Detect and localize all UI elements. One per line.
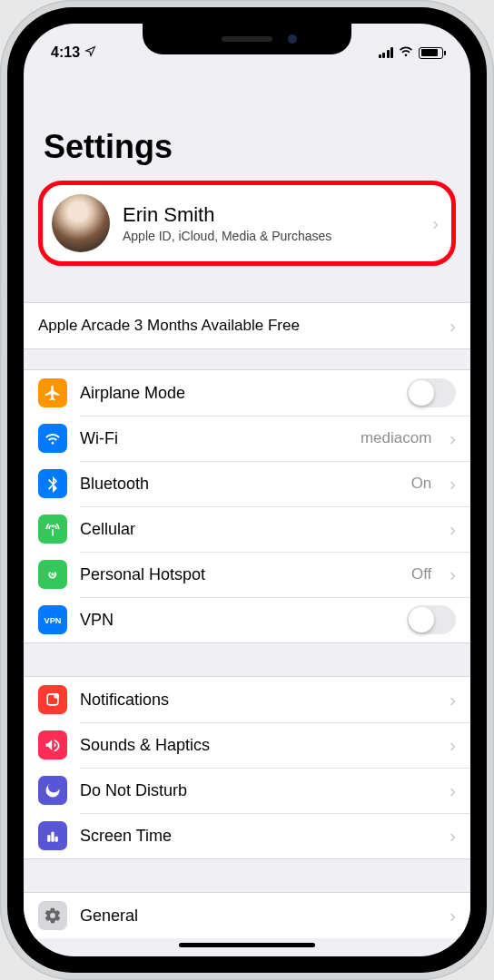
chevron-right-icon: › bbox=[432, 213, 439, 234]
avatar bbox=[52, 194, 110, 252]
apple-id-name: Erin Smith bbox=[123, 203, 420, 227]
promo-label: Apple Arcade 3 Months Available Free bbox=[38, 317, 437, 335]
settings-row-sounds[interactable]: Sounds & Haptics› bbox=[24, 722, 470, 768]
bluetooth-icon bbox=[38, 469, 67, 498]
wifi-status-icon bbox=[398, 43, 414, 63]
notifications-icon bbox=[38, 685, 67, 714]
chevron-right-icon: › bbox=[450, 735, 456, 756]
screentime-icon bbox=[38, 821, 67, 850]
general-icon bbox=[38, 901, 67, 930]
speaker-grille bbox=[222, 36, 272, 42]
settings-row-bluetooth[interactable]: BluetoothOn› bbox=[24, 461, 470, 506]
svg-rect-4 bbox=[51, 832, 54, 842]
row-label: VPN bbox=[80, 611, 394, 630]
settings-group: Notifications›Sounds & Haptics›Do Not Di… bbox=[24, 676, 470, 859]
volume-down-button bbox=[0, 299, 2, 356]
settings-row-cellular[interactable]: Cellular› bbox=[24, 506, 470, 552]
svg-text:VPN: VPN bbox=[44, 616, 62, 625]
settings-group: Airplane ModeWi-Fimediacom›BluetoothOn›C… bbox=[24, 369, 470, 643]
row-label: Do Not Disturb bbox=[80, 781, 437, 800]
apple-id-highlight-wrap: Erin Smith Apple ID, iCloud, Media & Pur… bbox=[24, 177, 470, 270]
row-label: Notifications bbox=[80, 691, 437, 710]
settings-row-airplane[interactable]: Airplane Mode bbox=[24, 370, 470, 416]
hotspot-icon bbox=[38, 560, 67, 589]
promo-group: Apple Arcade 3 Months Available Free › bbox=[24, 302, 470, 349]
mute-switch bbox=[0, 163, 2, 192]
phone-bezel: 4:13 Settings bbox=[7, 7, 487, 973]
chevron-right-icon: › bbox=[450, 780, 456, 801]
row-value: mediacom bbox=[361, 429, 431, 447]
chevron-right-icon: › bbox=[450, 826, 456, 847]
row-value: Off bbox=[411, 565, 431, 583]
row-label: Airplane Mode bbox=[80, 384, 394, 403]
phone-device-frame: 4:13 Settings bbox=[0, 0, 494, 980]
row-label: Wi-Fi bbox=[80, 429, 348, 448]
volume-up-button bbox=[0, 227, 2, 283]
row-label: Cellular bbox=[80, 520, 437, 539]
chevron-right-icon: › bbox=[450, 316, 456, 337]
row-label: Sounds & Haptics bbox=[80, 736, 437, 755]
cellular-icon bbox=[38, 514, 67, 544]
dnd-icon bbox=[38, 776, 67, 805]
row-label: Screen Time bbox=[80, 827, 437, 846]
location-icon bbox=[84, 45, 96, 60]
apple-arcade-promo-row[interactable]: Apple Arcade 3 Months Available Free › bbox=[24, 303, 470, 348]
status-time: 4:13 bbox=[51, 44, 80, 61]
apple-id-row[interactable]: Erin Smith Apple ID, iCloud, Media & Pur… bbox=[38, 181, 456, 266]
vpn-toggle[interactable] bbox=[407, 605, 456, 634]
settings-row-general[interactable]: General› bbox=[24, 893, 470, 938]
row-label: Personal Hotspot bbox=[80, 565, 399, 584]
airplane-icon bbox=[38, 378, 67, 407]
row-label: Bluetooth bbox=[80, 475, 399, 494]
apple-id-text: Erin Smith Apple ID, iCloud, Media & Pur… bbox=[123, 203, 420, 243]
chevron-right-icon: › bbox=[450, 428, 456, 449]
chevron-right-icon: › bbox=[450, 564, 456, 585]
status-left: 4:13 bbox=[51, 44, 96, 61]
vpn-icon: VPN bbox=[38, 605, 67, 634]
svg-rect-3 bbox=[47, 835, 50, 842]
settings-row-dnd[interactable]: Do Not Disturb› bbox=[24, 768, 470, 813]
front-camera bbox=[288, 34, 297, 44]
wifi-icon bbox=[38, 424, 67, 453]
battery-icon bbox=[419, 47, 443, 59]
settings-row-notifications[interactable]: Notifications› bbox=[24, 677, 470, 722]
chevron-right-icon: › bbox=[450, 906, 456, 926]
phone-screen: 4:13 Settings bbox=[24, 24, 470, 956]
page-title: Settings bbox=[24, 128, 470, 177]
chevron-right-icon: › bbox=[450, 519, 456, 540]
chevron-right-icon: › bbox=[450, 474, 456, 495]
svg-point-2 bbox=[54, 693, 59, 699]
status-right bbox=[379, 43, 444, 63]
airplane-toggle[interactable] bbox=[407, 378, 456, 407]
settings-group: General› bbox=[24, 892, 470, 938]
row-value: On bbox=[411, 475, 432, 493]
settings-row-hotspot[interactable]: Personal HotspotOff› bbox=[24, 552, 470, 597]
settings-row-screentime[interactable]: Screen Time› bbox=[24, 813, 470, 858]
settings-content: Settings Erin Smith Apple ID, iCloud, Me… bbox=[24, 24, 470, 956]
sounds-icon bbox=[38, 730, 67, 760]
settings-row-vpn[interactable]: VPNVPN bbox=[24, 597, 470, 642]
apple-id-subtitle: Apple ID, iCloud, Media & Purchases bbox=[123, 229, 420, 243]
home-indicator[interactable] bbox=[179, 943, 315, 947]
row-label: General bbox=[80, 906, 437, 926]
cellular-signal-icon bbox=[379, 47, 394, 58]
chevron-right-icon: › bbox=[450, 690, 456, 710]
notch bbox=[143, 24, 351, 54]
settings-row-wifi[interactable]: Wi-Fimediacom› bbox=[24, 416, 470, 461]
svg-rect-5 bbox=[55, 837, 58, 842]
